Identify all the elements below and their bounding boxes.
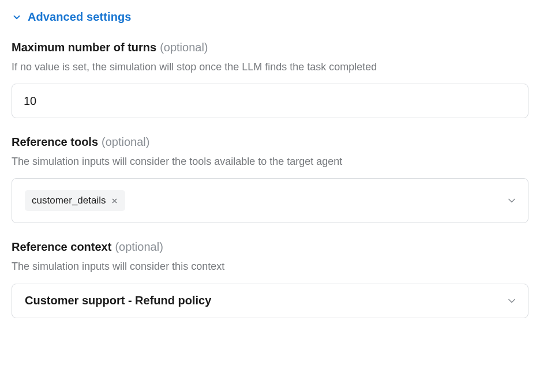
chevron-down-icon[interactable] <box>506 195 518 206</box>
reference-tools-label-row: Reference tools (optional) <box>12 135 528 149</box>
reference-context-selected: Customer support - Refund policy <box>25 294 211 307</box>
reference-tools-section: Reference tools (optional) The simulatio… <box>12 135 528 223</box>
reference-context-label-row: Reference context (optional) <box>12 240 528 254</box>
tool-tag: customer_details <box>25 190 125 211</box>
chevron-down-icon[interactable] <box>506 295 518 307</box>
max-turns-section: Maximum number of turns (optional) If no… <box>12 41 528 118</box>
max-turns-input[interactable] <box>12 84 528 118</box>
advanced-settings-header[interactable]: Advanced settings <box>12 10 528 24</box>
advanced-settings-title: Advanced settings <box>28 10 132 24</box>
reference-context-label: Reference context <box>12 240 111 254</box>
reference-tools-optional: (optional) <box>102 135 149 149</box>
max-turns-optional: (optional) <box>160 41 208 54</box>
reference-context-helper: The simulation inputs will consider this… <box>12 259 528 274</box>
tool-tag-label: customer_details <box>32 195 106 206</box>
chevron-down-icon <box>12 12 22 22</box>
max-turns-helper: If no value is set, the simulation will … <box>12 60 528 74</box>
reference-tools-select[interactable]: customer_details <box>12 178 528 223</box>
reference-context-select[interactable]: Customer support - Refund policy <box>12 284 528 318</box>
reference-context-optional: (optional) <box>115 240 163 254</box>
max-turns-label: Maximum number of turns <box>12 41 156 54</box>
reference-tools-label: Reference tools <box>12 135 98 149</box>
close-icon[interactable] <box>111 197 118 205</box>
reference-context-section: Reference context (optional) The simulat… <box>12 240 528 318</box>
max-turns-label-row: Maximum number of turns (optional) <box>12 41 528 54</box>
reference-tools-helper: The simulation inputs will consider the … <box>12 154 528 169</box>
